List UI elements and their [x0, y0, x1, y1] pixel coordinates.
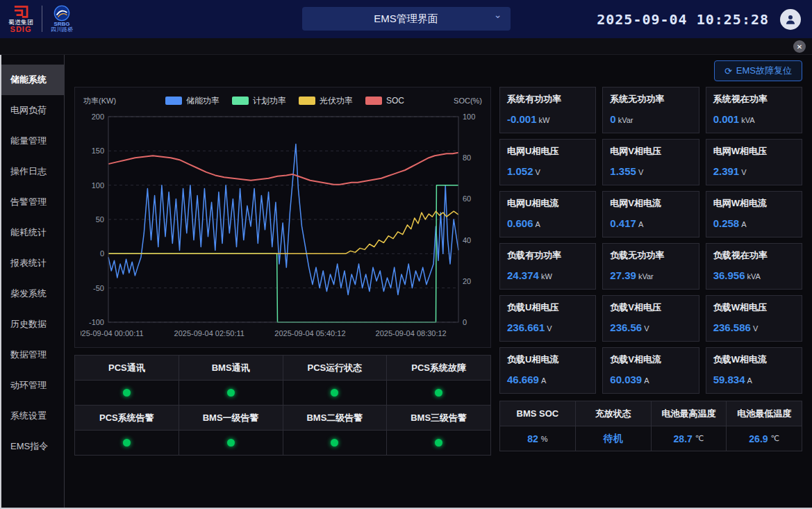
status-cell — [387, 431, 491, 456]
sidebar-item-1[interactable]: 电网负荷 — [1, 95, 64, 126]
sidebar-item-7[interactable]: 柴发系统 — [1, 278, 64, 309]
sdig-logo: 蜀道集团 SDIG — [8, 5, 33, 34]
close-button[interactable]: ✕ — [793, 40, 806, 53]
ems-fault-reset-button[interactable]: ⟳ EMS故障复位 — [714, 60, 802, 81]
svg-text:2025-09-04 05:40:12: 2025-09-04 05:40:12 — [274, 329, 345, 337]
metric-card-7: 电网V相电流0.417A — [602, 191, 699, 237]
metric-label: 电网V相电流 — [610, 197, 691, 210]
metric-value: 60.039A — [610, 374, 691, 386]
sidebar-item-8[interactable]: 历史数据 — [1, 309, 64, 340]
legend-item[interactable]: 计划功率 — [232, 95, 286, 107]
metric-card-15: 负载U相电流46.669A — [499, 347, 596, 394]
metric-card-11: 负载视在功率36.956kVA — [706, 243, 802, 290]
status-header: BMS一级告警 — [179, 406, 283, 431]
status-cell — [75, 381, 179, 406]
power-chart-panel: 功率(KW) 储能功率计划功率光伏功率SOC SOC(%) 2001501005… — [74, 87, 491, 348]
metric-card-5: 电网W相电压2.391V — [706, 139, 802, 185]
svg-text:80: 80 — [463, 153, 471, 162]
metric-label: 系统无功功率 — [610, 93, 691, 106]
svg-text:2025-09-04 08:30:12: 2025-09-04 08:30:12 — [376, 329, 447, 337]
sidebar-item-12[interactable]: EMS指令 — [1, 431, 64, 462]
legend-label: 计划功率 — [253, 95, 286, 107]
metric-value: 36.956kVA — [713, 269, 795, 282]
content-toolbar: ⟳ EMS故障复位 — [74, 60, 802, 81]
metric-label: 负载V相电流 — [610, 353, 691, 366]
svg-text:0: 0 — [463, 318, 467, 326]
metric-label: 电网U相电压 — [507, 145, 588, 158]
metric-value: 0kVar — [610, 113, 691, 126]
metric-value: 59.834A — [713, 374, 795, 386]
top-header: 蜀道集团 SDIG SRBG 四川路桥 EMS管理界面 ⌄ 2025-09-04… — [0, 0, 812, 38]
metric-card-16: 负载V相电流60.039A — [602, 347, 699, 394]
sidebar: 储能系统电网负荷能量管理操作日志告警管理能耗统计报表统计柴发系统历史数据数据管理… — [0, 55, 65, 508]
sdig-logo-en: SDIG — [10, 26, 32, 34]
sidebar-item-3[interactable]: 操作日志 — [1, 156, 64, 187]
svg-text:150: 150 — [92, 147, 104, 155]
header-right: 2025-09-04 10:25:28 — [597, 9, 812, 30]
status-cell — [283, 381, 388, 406]
status-cell — [283, 431, 388, 456]
metric-card-2: 系统视在功率0.001kVA — [706, 87, 802, 133]
dashboard-grid: 功率(KW) 储能功率计划功率光伏功率SOC SOC(%) 2001501005… — [74, 87, 802, 456]
view-selector-label: EMS管理界面 — [374, 12, 438, 26]
sidebar-item-2[interactable]: 能量管理 — [1, 126, 64, 156]
srbg-logo: SRBG 四川路桥 — [51, 5, 73, 33]
sidebar-item-9[interactable]: 数据管理 — [1, 340, 64, 370]
svg-text:50: 50 — [96, 215, 104, 224]
metric-value: 236.56V — [610, 322, 691, 334]
legend-item[interactable]: SOC — [365, 95, 404, 107]
chart-header: 功率(KW) 储能功率计划功率光伏功率SOC SOC(%) — [81, 92, 485, 110]
status-cell — [179, 381, 283, 406]
sidebar-item-4[interactable]: 告警管理 — [1, 187, 64, 217]
status-cell — [75, 431, 179, 456]
sidebar-item-10[interactable]: 动环管理 — [1, 370, 64, 401]
metric-card-6: 电网U相电流0.606A — [499, 191, 596, 237]
left-column: 功率(KW) 储能功率计划功率光伏功率SOC SOC(%) 2001501005… — [74, 87, 491, 456]
svg-text:100: 100 — [92, 181, 104, 190]
legend-swatch — [165, 97, 182, 105]
metric-label: 负载W相电压 — [713, 301, 795, 314]
metric-card-9: 负载有功功率24.374kW — [499, 243, 596, 290]
sidebar-item-6[interactable]: 报表统计 — [1, 248, 64, 278]
legend-swatch — [232, 97, 249, 105]
metrics-grid: 系统有功功率-0.001kW系统无功功率0kVar系统视在功率0.001kVA电… — [499, 87, 802, 394]
sdig-logo-icon — [13, 5, 29, 19]
metric-card-13: 负载V相电压236.56V — [602, 295, 699, 342]
metric-card-12: 负载U相电压236.661V — [499, 295, 596, 342]
metric-value: 236.586V — [713, 322, 795, 334]
metric-label: 电网W相电流 — [713, 197, 795, 210]
status-header: BMS通讯 — [179, 356, 283, 381]
user-avatar[interactable] — [780, 9, 801, 30]
sidebar-item-11[interactable]: 系统设置 — [1, 401, 64, 431]
status-indicator-icon — [123, 389, 131, 397]
sidebar-item-5[interactable]: 能耗统计 — [1, 217, 64, 248]
right-axis-label: SOC(%) — [454, 97, 482, 105]
datetime-display: 2025-09-04 10:25:28 — [597, 11, 769, 28]
view-selector-dropdown[interactable]: EMS管理界面 ⌄ — [302, 7, 511, 31]
metric-value: 27.39kVar — [610, 269, 691, 282]
legend-item[interactable]: 光伏功率 — [299, 95, 353, 107]
svg-text:20: 20 — [463, 277, 471, 285]
main-content: ⟳ EMS故障复位 功率(KW) 储能功率计划功率光伏功率SOC SOC(%) … — [65, 55, 812, 508]
legend-label: 储能功率 — [186, 95, 219, 107]
chevron-down-icon: ⌄ — [494, 9, 502, 20]
metric-card-17: 负载W相电流59.834A — [706, 347, 802, 394]
user-icon — [784, 13, 797, 26]
battery-header: 电池最高温度 — [652, 401, 727, 426]
svg-text:60: 60 — [463, 194, 471, 203]
metric-value: 0.606A — [507, 217, 588, 230]
legend-swatch — [299, 97, 315, 105]
metric-label: 负载U相电流 — [507, 353, 588, 366]
sidebar-item-0[interactable]: 储能系统 — [1, 65, 64, 95]
chart-legend: 储能功率计划功率光伏功率SOC — [116, 95, 454, 107]
svg-text:2025-09-04 02:50:11: 2025-09-04 02:50:11 — [174, 329, 245, 337]
metric-label: 负载有功功率 — [507, 249, 588, 262]
legend-item[interactable]: 储能功率 — [165, 95, 219, 107]
battery-header: 电池最低温度 — [727, 401, 802, 426]
legend-label: 光伏功率 — [320, 95, 353, 107]
metric-card-3: 电网U相电压1.052V — [499, 139, 596, 185]
power-chart: 200150100500-50-1001008060402002025-09-0… — [81, 110, 483, 343]
legend-label: SOC — [386, 96, 404, 106]
battery-value: 待机 — [576, 426, 652, 451]
status-indicator-icon — [227, 389, 235, 397]
